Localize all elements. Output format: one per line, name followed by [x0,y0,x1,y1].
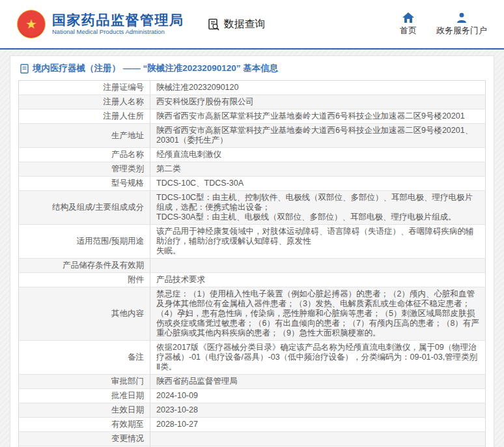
page-title: 境内医疗器械（注册） —— “陕械注准20232090120” 基本信息 [18,56,486,80]
table-row: 其他内容禁忌症：（1）使用植入性电子装置（例如心脏起搏器）的患者；（2）颅内、心… [19,287,486,341]
field-value: 陕西省药品监督管理局 [150,375,486,389]
table-row: 审批部门陕西省药品监督管理局 [19,375,486,389]
national-emblem-icon: ★ [17,10,46,38]
field-value: TDCS-10C、TDCS-30A [150,177,486,191]
table-row: 生产地址陕西省西安市高新区草堂科技产业基地秦岭大道西6号科技企业加速器二区9号楼… [19,124,486,148]
field-label: 适用范围/预期用途 [19,225,150,259]
field-label: 其他内容 [19,287,150,341]
nav-home[interactable]: 首页 [400,12,417,36]
field-value: 经颅直流电刺激仪 [150,148,486,162]
field-label: 产品储存条件及有效期 [19,259,150,273]
table-row: 注册证编号陕械注准20232090120 [19,81,486,95]
portal-user-icon [456,12,467,23]
nav-home-label: 首页 [400,25,417,36]
document-icon [20,64,29,74]
field-label: 生产地址 [19,124,150,148]
field-value: 该产品用于神经康复领域中，对肢体运动障碍、语言障碍（失语症）、吞咽障碍疾病的辅助… [150,225,486,259]
site-logo[interactable]: ★ 国家药品监督管理局 National Medical Products Ad… [17,10,184,38]
field-label: 有效期至 [19,418,150,432]
field-label: 备注 [19,341,150,375]
field-value: 陕械注准20232090120 [150,81,486,95]
field-value: 2024-10-09 [150,389,486,403]
top-nav: 首页 政务服务门户 [400,12,487,36]
table-row: 有效期至2028-10-27 [19,418,486,432]
field-label: 注册证编号 [19,81,150,95]
table-row: 型号规格TDCS-10C、TDCS-30A [19,177,486,191]
field-value: 2028-10-27 [150,418,486,432]
table-row: 管理类别第二类 [19,162,486,177]
field-value [150,259,486,273]
field-label: 生效日期 [19,403,150,418]
table-row: 生效日期2023-10-28 [19,403,486,418]
table-row: 产品储存条件及有效期 [19,259,486,273]
field-label: 批准日期 [19,389,150,403]
table-row: 适用范围/预期用途该产品用于神经康复领域中，对肢体运动障碍、语言障碍（失语症）、… [19,225,486,259]
content-card: 境内医疗器械（注册） —— “陕械注准20232090120” 基本信息 注册证… [10,55,494,447]
page-title-text: 境内医疗器械（注册） —— “陕械注准20232090120” 基本信息 [33,63,278,74]
data-query-label: 数据查询 [224,18,266,31]
site-header: ★ 国家药品监督管理局 National Medical Products Ad… [0,0,504,50]
field-label: 管理类别 [19,162,150,177]
org-name: 国家药品监督管理局 [52,12,184,28]
field-label: 附件 [19,273,150,287]
table-row: 注册人名称西安科悦医疗股份有限公司 [19,95,486,109]
field-value: 第二类 [150,162,486,177]
table-row: 备注依据2017版《医疗器械分类目录》确定该产品名称为经颅直流电刺激仪，属于09… [19,341,486,375]
field-value: 西安科悦医疗股份有限公司 [150,95,486,109]
table-row: 结构及组成/主要组成成分TDCS-10C型：由主机、控制软件、电极线（双部位、多… [19,191,486,225]
field-value: 依据2017版《医疗器械分类目录》确定该产品名称为经颅直流电刺激仪，属于09（物… [150,341,486,375]
home-icon [402,12,414,23]
field-label: 审批部门 [19,375,150,389]
table-row: 注册人住所陕西省西安市高新区草堂科技产业基地秦岭大道西6号科技企业加速器二区9号… [19,109,486,124]
field-label: 结构及组成/主要组成成分 [19,191,150,225]
field-label: 产品名称 [19,148,150,162]
field-value [150,432,486,446]
field-value: 陕西省西安市高新区草堂科技产业基地秦岭大道西6号科技企业加速器二区9号楼2020… [150,124,486,148]
field-value: 禁忌症：（1）使用植入性电子装置（例如心脏起搏器）的患者；（2）颅内、心脏和血管… [150,287,486,341]
table-row: 附件产品技术要求 [19,273,486,287]
field-label: 注册人住所 [19,109,150,124]
field-value: 2023-10-28 [150,403,486,418]
field-label: 型号规格 [19,177,150,191]
field-value: TDCS-10C型：由主机、控制软件、电极线（双部位、多部位）、耳部电极、理疗电… [150,191,486,225]
data-query-icon [208,18,220,31]
table-row: 批准日期2024-10-09 [19,389,486,403]
nav-portal-label: 政务服务门户 [436,25,487,36]
registration-info-table: 注册证编号陕械注准20232090120注册人名称西安科悦医疗股份有限公司注册人… [18,80,486,447]
org-name-en: National Medical Products Administration [52,28,184,36]
field-label: 注册人名称 [19,95,150,109]
table-row: 变更情况 [19,432,486,446]
field-label: 变更情况 [19,432,150,446]
field-value: 陕西省西安市高新区草堂科技产业基地秦岭大道西6号科技企业加速器二区9号楼2020… [150,109,486,124]
data-query-menu[interactable]: 数据查询 [208,18,266,31]
table-row: 产品名称经颅直流电刺激仪 [19,148,486,162]
field-value: 产品技术要求 [150,273,486,287]
nav-portal[interactable]: 政务服务门户 [436,12,487,36]
